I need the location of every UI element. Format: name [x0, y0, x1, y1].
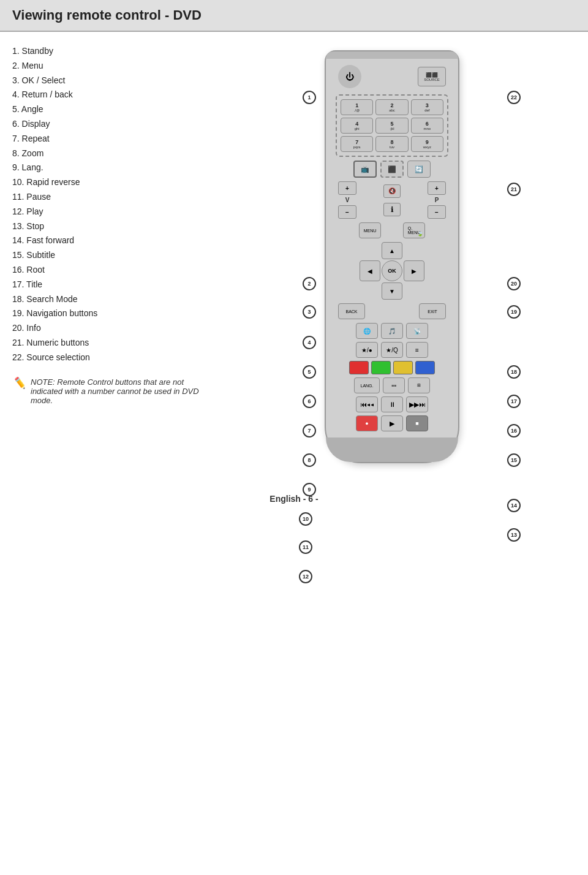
callout-10: 10 — [299, 512, 312, 526]
special-row-2: ★/● ★/Q ≡ — [336, 342, 448, 358]
tv-guide-button[interactable]: 📡 — [406, 323, 428, 339]
dpad-down-button[interactable]: ▼ — [382, 282, 402, 300]
green-button[interactable] — [371, 361, 391, 374]
callout-13: 13 — [507, 528, 521, 542]
volume-up-button[interactable]: + — [338, 181, 356, 195]
rewind-button[interactable]: ⏮◀◀ — [356, 396, 378, 412]
search-fav-button[interactable]: ★/Q — [381, 342, 403, 358]
playback-row-1: ⏮◀◀ ⏸ ▶▶⏭ — [336, 396, 448, 412]
list-item: 12. Play — [12, 205, 208, 219]
list-item: 16. Root — [12, 263, 208, 278]
left-panel: 1. Standby 2. Menu 3. OK / Select 4. Ret… — [12, 44, 208, 463]
red-button[interactable] — [349, 361, 369, 374]
list-item: 15. Subtitle — [12, 248, 208, 263]
channel-label: P — [435, 197, 439, 203]
subtitle-button[interactable]: ≡≡ — [383, 377, 405, 393]
list-item: 9. Lang. — [12, 161, 208, 175]
list-item: 22. Source selection — [12, 350, 208, 365]
list-item: 18. Search Mode — [12, 292, 208, 307]
yellow-button[interactable] — [393, 361, 413, 374]
pause-button[interactable]: ⏸ — [381, 396, 403, 412]
dpad-section: ▲ ◀ OK ▶ ▼ — [336, 242, 448, 300]
back-exit-row: BACK EXIT — [336, 303, 448, 319]
note-text: NOTE: Remote Control buttons that are no… — [31, 377, 208, 405]
num-button-3[interactable]: 3def — [411, 99, 443, 115]
remote-bottom — [326, 438, 458, 462]
audio-button[interactable]: 🎵 — [381, 323, 403, 339]
right-panel: ⏻ ⬛⬛ SOURCE 1./@ 2abc 3def 4ghi 5·jkl 6m… — [221, 44, 576, 463]
numeric-grid: 1./@ 2abc 3def 4ghi 5·jkl 6mno 7pqrs 8tu… — [336, 94, 448, 157]
callout-12: 12 — [299, 570, 312, 583]
num-button-9[interactable]: 9wxyz — [411, 136, 443, 152]
web-button[interactable]: 🌐 — [356, 323, 378, 339]
dpad-right-button[interactable]: ▶ — [404, 260, 424, 281]
callout-11: 11 — [299, 540, 312, 554]
subtitle-icon-button[interactable]: ≡ — [406, 342, 428, 358]
exit-button[interactable]: EXIT — [419, 303, 446, 319]
list-item: 2. Menu — [12, 59, 208, 74]
lang-button[interactable]: LANG. — [354, 377, 380, 393]
list-item: 3. OK / Select — [12, 74, 208, 88]
record-button[interactable]: ● — [356, 415, 378, 431]
list-item: 10. Rapid reverse — [12, 175, 208, 190]
q-menu-button[interactable]: Q.MENU🍃 — [403, 222, 425, 238]
list-item: 8. Zoom — [12, 146, 208, 161]
list-item: 5. Angle — [12, 102, 208, 117]
ok-button[interactable]: OK — [382, 260, 402, 281]
list-item: 1. Standby — [12, 44, 208, 59]
remote-wrapper: ⏻ ⬛⬛ SOURCE 1./@ 2abc 3def 4ghi 5·jkl 6m… — [288, 44, 508, 463]
color-buttons-row — [336, 361, 448, 374]
channel-up-button[interactable]: + — [428, 181, 446, 195]
dpad-up-button[interactable]: ▲ — [382, 242, 402, 259]
num-button-4[interactable]: 4ghi — [341, 118, 373, 134]
mute-button[interactable]: 🔇 — [383, 184, 401, 198]
blue-button[interactable] — [415, 361, 435, 374]
list-item: 17. Title — [12, 278, 208, 292]
mute-info-col: 🔇 ℹ — [383, 184, 401, 216]
power-button[interactable]: ⏻ — [338, 65, 361, 88]
vol-ch-section: + V − 🔇 ℹ + P − — [336, 181, 448, 219]
num-button-6[interactable]: 6mno — [411, 118, 443, 134]
back-button[interactable]: BACK — [338, 303, 365, 319]
num-button-7[interactable]: 7pqrs — [341, 136, 373, 152]
dpad-left-button[interactable]: ◀ — [360, 260, 380, 281]
footer: English - 6 - — [0, 475, 588, 510]
pencil-icon: ✏️ — [12, 376, 26, 390]
remote-top-strip — [326, 51, 458, 59]
stop-button[interactable]: ■ — [406, 415, 428, 431]
stop-square-button[interactable]: ⬛ — [380, 161, 404, 178]
menu-button[interactable]: MENU — [359, 222, 381, 238]
volume-control: + V − — [338, 181, 356, 219]
num-button-1[interactable]: 1./@ — [341, 99, 373, 115]
fast-forward-button[interactable]: ▶▶⏭ — [406, 396, 428, 412]
list-item: 11. Pause — [12, 190, 208, 205]
source-button[interactable]: ⬛⬛ SOURCE — [418, 67, 446, 86]
channel-down-button[interactable]: − — [428, 205, 446, 219]
tv-button[interactable]: 📺 — [353, 161, 377, 178]
remote-control: ⏻ ⬛⬛ SOURCE 1./@ 2abc 3def 4ghi 5·jkl 6m… — [325, 50, 459, 463]
num-button-2[interactable]: 2abc — [375, 99, 408, 115]
volume-down-button[interactable]: − — [338, 205, 356, 219]
item-list: 1. Standby 2. Menu 3. OK / Select 4. Ret… — [12, 44, 208, 365]
media-mode-row: 📺 ⬛ 🔄 — [336, 161, 448, 178]
list-item: 14. Fast forward — [12, 233, 208, 248]
pip-button[interactable]: ⊞ — [408, 377, 430, 393]
num-button-5[interactable]: 5·jkl — [375, 118, 408, 134]
info-button[interactable]: ℹ — [383, 203, 401, 216]
num-button-8[interactable]: 8tuv — [375, 136, 408, 152]
list-item: 19. Navigation buttons — [12, 306, 208, 321]
volume-label: V — [345, 197, 350, 203]
list-item: 4. Return / back — [12, 88, 208, 102]
lang-row: LANG. ≡≡ ⊞ — [336, 377, 448, 393]
note-section: ✏️ NOTE: Remote Control buttons that are… — [12, 377, 208, 405]
page-title: Viewing remote control - DVD — [12, 7, 576, 23]
page-header: Viewing remote control - DVD — [0, 0, 588, 32]
fav-button[interactable]: ★/● — [356, 342, 378, 358]
list-item: 21. Numeric buttons — [12, 336, 208, 350]
playback-row-2: ● ▶ ■ — [336, 415, 448, 431]
refresh-button[interactable]: 🔄 — [407, 161, 431, 178]
list-item: 13. Stop — [12, 219, 208, 234]
play-button[interactable]: ▶ — [381, 415, 403, 431]
list-item: 6. Display — [12, 117, 208, 132]
footer-text: English - 6 - — [270, 494, 318, 504]
